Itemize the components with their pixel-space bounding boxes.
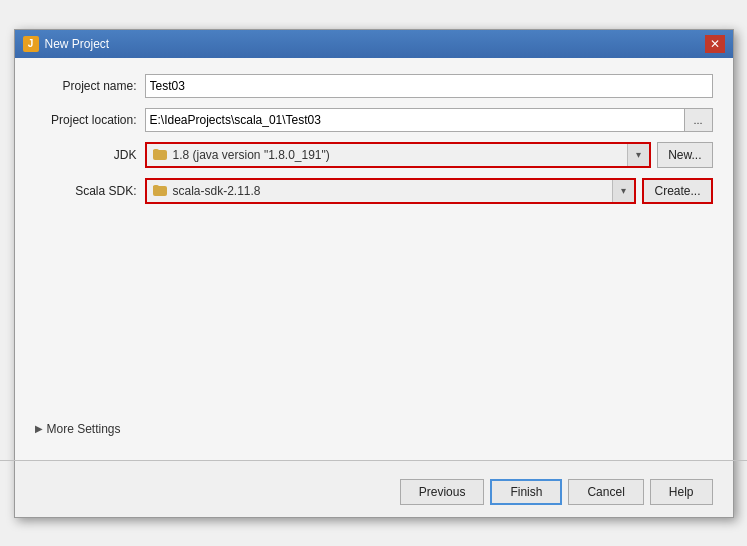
content-spacer	[35, 214, 713, 414]
dialog-body: Project name: Project location: ... JDK …	[15, 58, 733, 460]
title-bar: J New Project ✕	[15, 30, 733, 58]
jdk-new-button[interactable]: New...	[657, 142, 712, 168]
title-bar-left: J New Project	[23, 36, 110, 52]
project-location-row: Project location: ...	[35, 108, 713, 132]
button-row: Previous Finish Cancel Help	[15, 471, 733, 517]
previous-button[interactable]: Previous	[400, 479, 485, 505]
more-settings-label: More Settings	[47, 422, 121, 436]
project-name-row: Project name:	[35, 74, 713, 98]
project-name-label: Project name:	[35, 79, 145, 93]
jdk-folder-icon	[153, 149, 167, 160]
cancel-button[interactable]: Cancel	[568, 479, 643, 505]
more-settings-arrow: ▶	[35, 423, 43, 434]
scala-sdk-row: Scala SDK: scala-sdk-2.11.8 Create...	[35, 178, 713, 204]
scala-sdk-folder-icon	[153, 185, 167, 196]
help-button[interactable]: Help	[650, 479, 713, 505]
bottom-divider	[0, 460, 747, 461]
app-icon: J	[23, 36, 39, 52]
project-location-input[interactable]	[145, 108, 685, 132]
project-location-label: Project location:	[35, 113, 145, 127]
scala-sdk-dropdown-arrow[interactable]	[612, 180, 634, 202]
scala-sdk-label: Scala SDK:	[35, 184, 145, 198]
jdk-row: JDK 1.8 (java version "1.8.0_191") New..…	[35, 142, 713, 168]
jdk-select-container[interactable]: 1.8 (java version "1.8.0_191")	[145, 142, 652, 168]
browse-button[interactable]: ...	[685, 108, 713, 132]
scala-sdk-select-value: scala-sdk-2.11.8	[147, 182, 613, 200]
jdk-dropdown-arrow[interactable]	[627, 144, 649, 166]
project-name-input[interactable]	[145, 74, 713, 98]
finish-button[interactable]: Finish	[490, 479, 562, 505]
more-settings[interactable]: ▶ More Settings	[35, 414, 713, 444]
scala-sdk-select-container[interactable]: scala-sdk-2.11.8	[145, 178, 637, 204]
new-project-dialog: J New Project ✕ Project name: Project lo…	[14, 29, 734, 518]
jdk-select-value: 1.8 (java version "1.8.0_191")	[147, 146, 628, 164]
close-button[interactable]: ✕	[705, 35, 725, 53]
jdk-label: JDK	[35, 148, 145, 162]
dialog-title: New Project	[45, 37, 110, 51]
scala-sdk-create-button[interactable]: Create...	[642, 178, 712, 204]
project-location-container: ...	[145, 108, 713, 132]
